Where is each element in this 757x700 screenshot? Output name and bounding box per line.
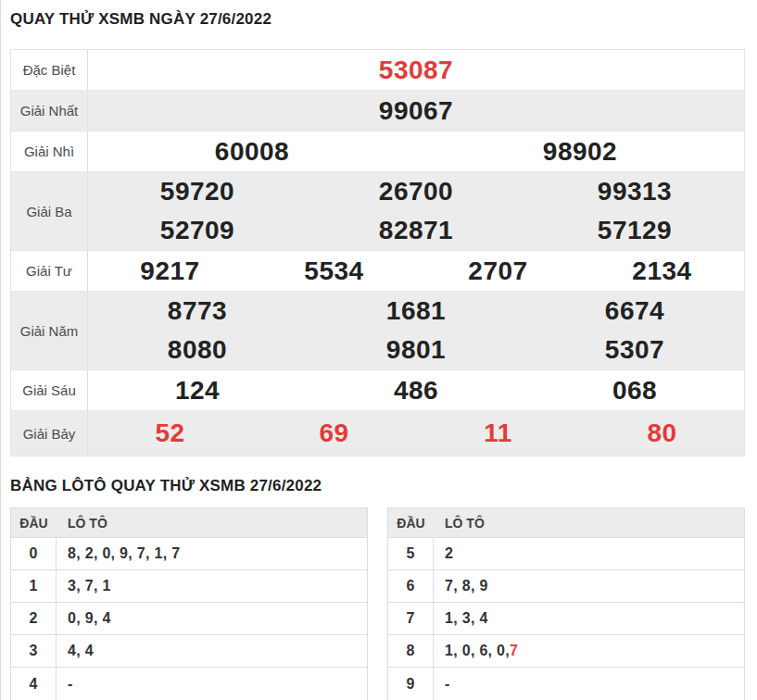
loto-dau: 8 (388, 635, 434, 667)
prize-number: 52 (88, 419, 252, 448)
loto-dau: 4 (11, 668, 57, 700)
page: QUAY THỬ XSMB NGÀY 27/6/2022 Đặc Biệt 53… (0, 0, 757, 700)
prize-number: 82871 (307, 216, 525, 245)
prize-label: Giải Bảy (11, 411, 88, 456)
loto-values: 8, 2, 0, 9, 7, 1, 7 (68, 545, 180, 562)
prize-number: 9801 (307, 335, 525, 365)
loto-header-dau: ĐẦU (388, 516, 434, 531)
loto-values: 1, 0, 6, 0, (445, 643, 510, 659)
prize-number: 5534 (252, 256, 416, 286)
prize-number: 9217 (88, 256, 252, 286)
prize-number: 98902 (416, 137, 744, 167)
loto-dau: 9 (388, 668, 434, 700)
prize-number: 124 (88, 376, 307, 406)
loto-values: 2 (445, 545, 453, 562)
prize-label: Giải Năm (11, 292, 88, 369)
prize-number: 99313 (525, 177, 744, 206)
prize-number: 6674 (525, 296, 744, 326)
loto-row: 0 8, 2, 0, 9, 7, 1, 7 (11, 538, 367, 570)
prize-number: 53087 (88, 56, 744, 85)
prize-label: Giải Nhì (11, 131, 88, 171)
loto-dau: 3 (11, 635, 57, 667)
prize-row-giai-nhi: Giải Nhì 60008 98902 (11, 131, 744, 172)
prize-number: 2134 (580, 256, 744, 286)
prize-number: 1681 (307, 296, 525, 326)
prize-row-giai-sau: Giải Sáu 124 486 068 (11, 370, 744, 411)
loto-table-right: ĐẦU LÔ TÔ 5 2 6 7, 8, 9 7 1, 3, 4 8 1, 0… (387, 507, 745, 700)
prize-number: 486 (307, 376, 525, 406)
loto-row: 6 7, 8, 9 (388, 570, 744, 603)
prize-number: 068 (525, 376, 744, 406)
loto-values: 7, 8, 9 (445, 578, 488, 594)
prize-number: 60008 (88, 137, 416, 167)
loto-header-loto: LÔ TÔ (57, 516, 107, 531)
page-title: QUAY THỬ XSMB NGÀY 27/6/2022 (10, 10, 746, 29)
prize-label: Giải Nhất (11, 91, 88, 131)
loto-row: 1 3, 7, 1 (11, 570, 367, 603)
loto-section-title: BẢNG LÔTÔ QUAY THỬ XSMB 27/6/2022 (10, 477, 746, 495)
prize-row-giai-bay: Giải Bảy 52 69 11 80 (11, 411, 744, 456)
loto-values: 4, 4 (68, 643, 94, 659)
prize-number: 5307 (525, 335, 744, 365)
loto-table-header: ĐẦU LÔ TÔ (11, 508, 367, 538)
prize-row-giai-tu: Giải Tư 9217 5534 2707 2134 (11, 251, 744, 292)
loto-row: 2 0, 9, 4 (11, 603, 367, 635)
prize-number: 2707 (416, 256, 580, 286)
prize-number: 80 (580, 419, 744, 448)
prize-number: 8080 (88, 335, 307, 365)
loto-dau: 7 (388, 603, 434, 634)
loto-row: 3 4, 4 (11, 635, 367, 668)
loto-row: 7 1, 3, 4 (388, 603, 744, 635)
loto-values: 1, 3, 4 (445, 610, 488, 627)
loto-values: 3, 7, 1 (68, 578, 111, 594)
prize-number: 8773 (88, 296, 307, 326)
prize-label: Giải Sáu (11, 370, 88, 410)
prize-row-giai-nhat: Giải Nhất 99067 (11, 91, 744, 131)
loto-row: 4 - (11, 668, 367, 700)
loto-dau: 2 (11, 603, 57, 634)
prize-number: 69 (252, 419, 416, 448)
loto-row: 8 1, 0, 6, 0, 7 (388, 635, 744, 668)
loto-value-highlighted: 7 (510, 643, 518, 659)
prize-number: 26700 (307, 177, 525, 206)
prize-number: 11 (416, 419, 580, 448)
loto-tables: ĐẦU LÔ TÔ 0 8, 2, 0, 9, 7, 1, 7 1 3, 7, … (10, 507, 745, 700)
loto-values: - (445, 676, 450, 693)
loto-table-left: ĐẦU LÔ TÔ 0 8, 2, 0, 9, 7, 1, 7 1 3, 7, … (10, 507, 368, 700)
loto-row: 5 2 (388, 538, 744, 570)
loto-values: - (68, 676, 73, 693)
prize-number: 59720 (88, 177, 307, 206)
results-table: Đặc Biệt 53087 Giải Nhất 99067 Giải Nhì … (10, 49, 745, 456)
loto-header-dau: ĐẦU (11, 516, 57, 531)
prize-row-giai-nam: Giải Năm 8773 1681 6674 8080 9801 5307 (11, 292, 744, 370)
prize-number: 52709 (88, 216, 307, 245)
prize-row-dac-biet: Đặc Biệt 53087 (11, 50, 744, 91)
loto-dau: 5 (388, 538, 434, 569)
loto-table-header: ĐẦU LÔ TÔ (388, 508, 744, 538)
prize-row-giai-ba: Giải Ba 59720 26700 99313 52709 82871 57… (11, 172, 744, 251)
loto-values: 0, 9, 4 (68, 610, 111, 627)
prize-number: 57129 (525, 216, 744, 245)
prize-number: 99067 (88, 96, 744, 126)
loto-dau: 1 (11, 570, 57, 602)
prize-label: Giải Tư (11, 251, 88, 291)
prize-label: Giải Ba (11, 172, 88, 250)
loto-header-loto: LÔ TÔ (434, 516, 485, 531)
loto-dau: 6 (388, 570, 434, 602)
loto-dau: 0 (11, 538, 57, 569)
loto-row: 9 - (388, 668, 744, 700)
prize-label: Đặc Biệt (11, 50, 88, 90)
